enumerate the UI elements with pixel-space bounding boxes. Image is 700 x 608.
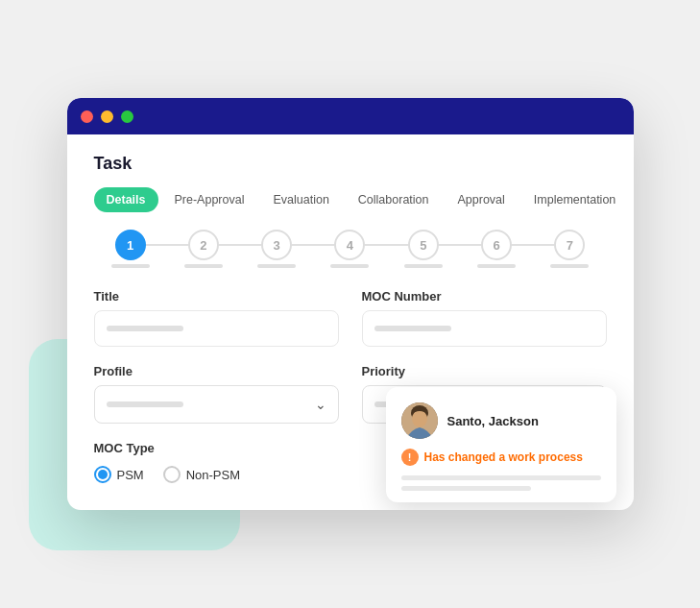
step-circle-2[interactable]: 2: [188, 230, 219, 260]
step-5: 5: [387, 230, 460, 268]
notif-line-2: [401, 486, 531, 491]
tab-evaluation[interactable]: Evaluation: [260, 187, 341, 212]
moc-number-group: MOC Number: [362, 289, 607, 347]
stepper: 1 2 3 4 5: [94, 230, 607, 268]
tab-collaboration[interactable]: Collaboration: [346, 187, 442, 212]
status-warning-icon: !: [401, 449, 419, 466]
tab-details[interactable]: Details: [94, 187, 158, 212]
psm-label: PSM: [117, 468, 144, 482]
tab-implementation[interactable]: Implementation: [521, 187, 628, 212]
title-placeholder-line: [107, 326, 183, 331]
status-message: Has changed a work process: [424, 450, 583, 464]
step-circle-7[interactable]: 7: [554, 230, 585, 260]
psm-radio-label[interactable]: PSM: [94, 466, 144, 483]
moc-number-placeholder-line: [374, 326, 451, 331]
maximize-dot[interactable]: [121, 110, 133, 123]
window-content: Task Details Pre-Approval Evaluation Col…: [67, 134, 634, 510]
avatar: [401, 402, 438, 439]
notif-line-1: [401, 475, 601, 480]
moc-number-label: MOC Number: [362, 289, 607, 304]
profile-group: Profile ⌄: [94, 364, 339, 424]
tab-pre-approval[interactable]: Pre-Approval: [162, 187, 257, 212]
step-1: 1: [94, 230, 167, 268]
psm-radio[interactable]: [94, 466, 111, 483]
step-4: 4: [313, 230, 386, 268]
step-7: 7: [533, 230, 606, 268]
step-label-1: [111, 264, 150, 268]
svg-point-2: [412, 410, 427, 427]
profile-placeholder-line: [107, 401, 183, 407]
profile-chevron-icon: ⌄: [315, 397, 326, 412]
notification-card: Santo, Jackson ! Has changed a work proc…: [386, 387, 616, 502]
minimize-dot[interactable]: [101, 110, 113, 123]
non-psm-radio-label[interactable]: Non-PSM: [163, 466, 240, 483]
profile-label: Profile: [94, 364, 339, 378]
moc-type-label: MOC Type: [94, 441, 339, 455]
moc-type-options: PSM Non-PSM: [94, 466, 339, 483]
step-circle-5[interactable]: 5: [408, 230, 439, 260]
notif-header: Santo, Jackson: [401, 402, 601, 439]
non-psm-label: Non-PSM: [186, 468, 240, 482]
step-circle-4[interactable]: 4: [334, 230, 365, 260]
step-circle-3[interactable]: 3: [261, 230, 292, 260]
title-group: Title: [94, 289, 339, 347]
step-label-5: [404, 264, 443, 268]
step-label-4: [330, 264, 369, 268]
notif-lines: [401, 475, 601, 491]
notif-status: ! Has changed a work process: [401, 449, 601, 466]
tab-approval[interactable]: Approval: [446, 187, 518, 212]
moc-type-group: MOC Type PSM Non-PSM: [94, 441, 339, 483]
step-6: 6: [460, 230, 533, 268]
notif-user-name: Santo, Jackson: [447, 414, 539, 428]
form-grid: Title MOC Number Profile ⌄: [94, 289, 607, 483]
tabs-bar: Details Pre-Approval Evaluation Collabor…: [94, 187, 607, 212]
step-circle-1[interactable]: 1: [115, 230, 146, 260]
title-bar: [67, 98, 634, 134]
title-label: Title: [94, 289, 339, 304]
main-window: Task Details Pre-Approval Evaluation Col…: [67, 98, 634, 510]
moc-number-input[interactable]: [362, 310, 607, 347]
step-3: 3: [240, 230, 313, 268]
step-label-3: [257, 264, 296, 268]
non-psm-radio[interactable]: [163, 466, 181, 483]
step-label-2: [184, 264, 223, 268]
step-label-6: [477, 264, 516, 268]
close-dot[interactable]: [81, 110, 93, 123]
profile-select[interactable]: ⌄: [94, 385, 339, 424]
step-2: 2: [167, 230, 240, 268]
priority-label: Priority: [362, 364, 607, 378]
page-title: Task: [94, 154, 607, 174]
title-input[interactable]: [94, 310, 339, 347]
step-label-7: [550, 264, 589, 268]
step-circle-6[interactable]: 6: [481, 230, 512, 260]
